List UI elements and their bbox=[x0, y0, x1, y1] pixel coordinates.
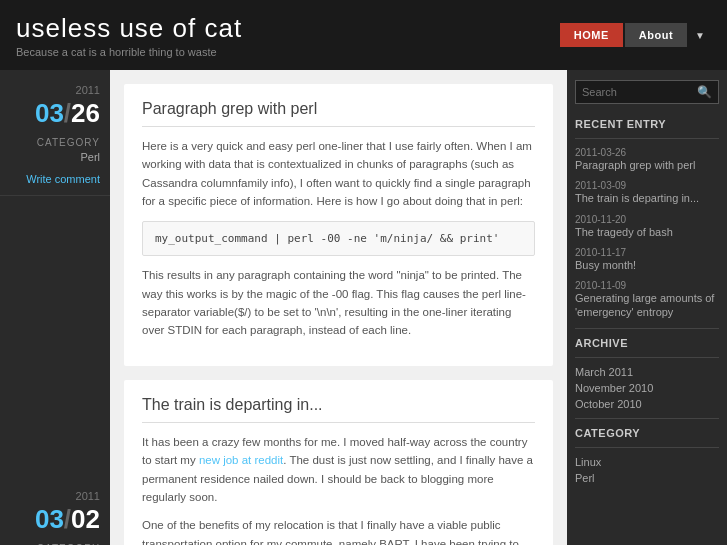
site-subtitle: Because a cat is a horrible thing to was… bbox=[16, 46, 560, 58]
site-title: useless use of cat bbox=[16, 13, 560, 44]
recent-entry-0: 2011-03-26 Paragraph grep with perl bbox=[575, 147, 719, 172]
post1-body1: Here is a very quick and easy perl one-l… bbox=[142, 137, 535, 211]
recent-entry-title: RECENT ENTRY bbox=[575, 118, 719, 130]
recent-entry-2: 2010-11-20 The tragedy of bash bbox=[575, 214, 719, 239]
category-divider2 bbox=[575, 447, 719, 448]
nav-dropdown-icon[interactable]: ▼ bbox=[689, 28, 711, 43]
post1-body: Here is a very quick and easy perl one-l… bbox=[142, 137, 535, 340]
post1-category-label: CATEGORY bbox=[10, 137, 100, 148]
category-title: CATEGORY bbox=[575, 427, 719, 439]
category-link-0[interactable]: Linux bbox=[575, 456, 719, 468]
post2-day-num: 02 bbox=[71, 504, 100, 534]
post2-body1: It has been a crazy few months for me. I… bbox=[142, 433, 535, 507]
post2-card: The train is departing in... It has been… bbox=[124, 380, 553, 545]
recent-entry-1: 2011-03-09 The train is departing in... bbox=[575, 180, 719, 205]
post2-month: 03 bbox=[35, 504, 64, 534]
recent-entry-0-title[interactable]: Paragraph grep with perl bbox=[575, 158, 719, 172]
nav-home-button[interactable]: HOME bbox=[560, 23, 623, 47]
header: useless use of cat Because a cat is a ho… bbox=[0, 0, 727, 70]
right-sidebar: 🔍 RECENT ENTRY 2011-03-26 Paragraph grep… bbox=[567, 70, 727, 545]
nav-about-button[interactable]: About bbox=[625, 23, 687, 47]
recent-divider bbox=[575, 138, 719, 139]
category-link-1[interactable]: Perl bbox=[575, 472, 719, 484]
nav: HOME About ▼ bbox=[560, 23, 711, 47]
post1-month: 03 bbox=[35, 98, 64, 128]
archive-link-1[interactable]: November 2010 bbox=[575, 382, 719, 394]
post1-write-comment[interactable]: Write comment bbox=[10, 173, 100, 185]
site-title-group: useless use of cat Because a cat is a ho… bbox=[16, 13, 560, 58]
post1-day: 03/26 bbox=[10, 98, 100, 129]
post1-title: Paragraph grep with perl bbox=[142, 100, 535, 127]
archive-divider2 bbox=[575, 357, 719, 358]
archive-title: ARCHIVE bbox=[575, 337, 719, 349]
post2-title: The train is departing in... bbox=[142, 396, 535, 423]
post1-categories: Perl bbox=[10, 151, 100, 163]
left-sidebar: 2011 03/26 CATEGORY Perl Write comment 2… bbox=[0, 70, 110, 545]
archive-divider bbox=[575, 328, 719, 329]
recent-entry-4-date: 2010-11-09 bbox=[575, 280, 719, 291]
recent-entry-4: 2010-11-09 Generating large amounts of '… bbox=[575, 280, 719, 320]
recent-entry-2-title[interactable]: The tragedy of bash bbox=[575, 225, 719, 239]
recent-entry-2-date: 2010-11-20 bbox=[575, 214, 719, 225]
recent-entry-3-date: 2010-11-17 bbox=[575, 247, 719, 258]
search-input[interactable] bbox=[576, 82, 691, 102]
post1-body2: This results in any paragraph containing… bbox=[142, 266, 535, 340]
recent-entry-3-title[interactable]: Busy month! bbox=[575, 258, 719, 272]
post2-body2: One of the benefits of my relocation is … bbox=[142, 516, 535, 545]
recent-entry-0-date: 2011-03-26 bbox=[575, 147, 719, 158]
post2-day: 03/02 bbox=[10, 504, 100, 535]
post1-day-num: 26 bbox=[71, 98, 100, 128]
archive-link-0[interactable]: March 2011 bbox=[575, 366, 719, 378]
post1-cat-1: Perl bbox=[10, 151, 100, 163]
main-content: Paragraph grep with perl Here is a very … bbox=[110, 70, 567, 545]
recent-entry-1-date: 2011-03-09 bbox=[575, 180, 719, 191]
recent-entry-3: 2010-11-17 Busy month! bbox=[575, 247, 719, 272]
post2-body2-text: One of the benefits of my relocation is … bbox=[142, 519, 519, 545]
post1-date-block: 2011 03/26 CATEGORY Perl Write comment bbox=[0, 70, 110, 196]
search-icon[interactable]: 🔍 bbox=[691, 81, 718, 103]
post1-year: 2011 bbox=[10, 84, 100, 96]
recent-entry-4-title[interactable]: Generating large amounts of 'emergency' … bbox=[575, 291, 719, 320]
post1-code: my_output_command | perl -00 -ne 'm/ninj… bbox=[142, 221, 535, 257]
category-divider bbox=[575, 418, 719, 419]
post2-body: It has been a crazy few months for me. I… bbox=[142, 433, 535, 545]
archive-link-2[interactable]: October 2010 bbox=[575, 398, 719, 410]
post1-card: Paragraph grep with perl Here is a very … bbox=[124, 84, 553, 366]
recent-entry-1-title[interactable]: The train is departing in... bbox=[575, 191, 719, 205]
post2-year: 2011 bbox=[10, 490, 100, 502]
post2-reddit-link[interactable]: new job at reddit bbox=[199, 454, 283, 466]
post2-date-block: 2011 03/02 CATEGORY Perl Shellisms Throa… bbox=[0, 476, 110, 545]
search-box: 🔍 bbox=[575, 80, 719, 104]
layout: 2011 03/26 CATEGORY Perl Write comment 2… bbox=[0, 70, 727, 545]
